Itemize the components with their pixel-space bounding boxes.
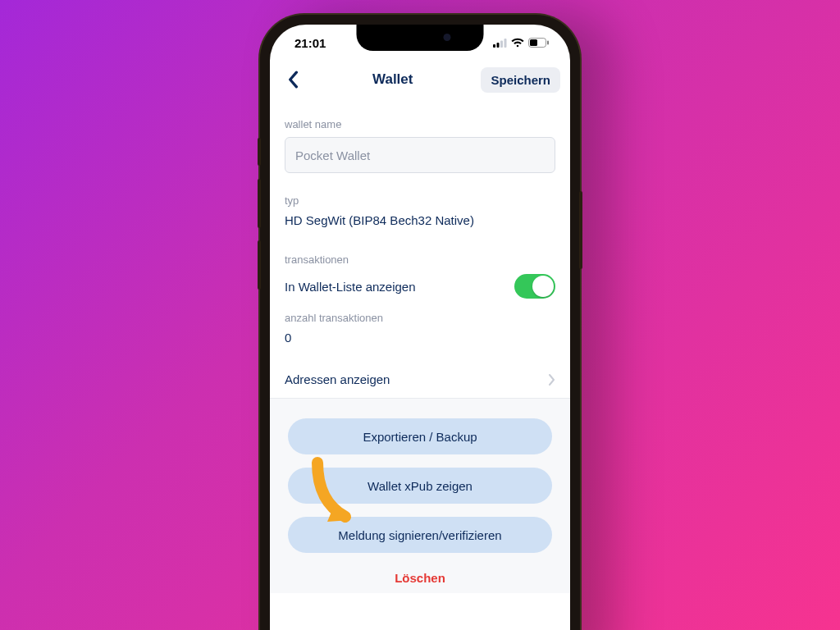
type-label: typ — [285, 194, 555, 207]
volume-button — [258, 138, 261, 166]
show-in-list-label: In Wallet-Liste anzeigen — [285, 280, 416, 294]
type-value: HD SegWit (BIP84 Bech32 Native) — [285, 213, 555, 227]
wallet-name-input[interactable] — [285, 137, 555, 173]
svg-rect-3 — [504, 39, 507, 48]
status-time: 21:01 — [294, 36, 326, 50]
tx-count-label: anzahl transaktionen — [285, 312, 555, 324]
actions-area: Exportieren / Backup Wallet xPub zeigen … — [270, 399, 570, 593]
show-xpub-button[interactable]: Wallet xPub zeigen — [288, 468, 552, 504]
sign-verify-button[interactable]: Meldung signieren/verifizieren — [288, 517, 552, 553]
show-addresses-row[interactable]: Adressen anzeigen — [270, 359, 570, 399]
nav-bar: Wallet Speichern — [270, 61, 570, 98]
back-button[interactable] — [281, 68, 304, 91]
tx-count-value: 0 — [285, 331, 555, 345]
cellular-icon — [493, 39, 507, 48]
volume-button — [258, 179, 261, 228]
export-backup-button[interactable]: Exportieren / Backup — [288, 418, 552, 454]
svg-rect-0 — [493, 44, 495, 48]
save-button[interactable]: Speichern — [481, 67, 560, 93]
delete-button[interactable]: Löschen — [395, 571, 445, 585]
svg-rect-1 — [497, 43, 500, 48]
transactions-label: transaktionen — [285, 253, 555, 266]
battery-icon — [528, 38, 549, 48]
chevron-right-icon — [549, 374, 555, 386]
show-in-list-toggle[interactable] — [514, 274, 555, 299]
wallet-name-label: wallet name — [285, 118, 555, 130]
power-button — [579, 191, 582, 269]
svg-rect-5 — [530, 39, 537, 46]
wifi-icon — [511, 38, 524, 48]
content: wallet name typ HD SegWit (BIP84 Bech32 … — [270, 98, 570, 630]
volume-button — [258, 240, 261, 290]
page-title: Wallet — [372, 71, 413, 88]
svg-rect-2 — [500, 40, 503, 48]
screen: 21:01 Wallet Speichern wallet name — [270, 25, 570, 630]
phone-frame: 21:01 Wallet Speichern wallet name — [260, 15, 580, 630]
notch — [357, 25, 484, 51]
svg-rect-6 — [547, 41, 549, 45]
show-addresses-label: Adressen anzeigen — [285, 372, 390, 386]
